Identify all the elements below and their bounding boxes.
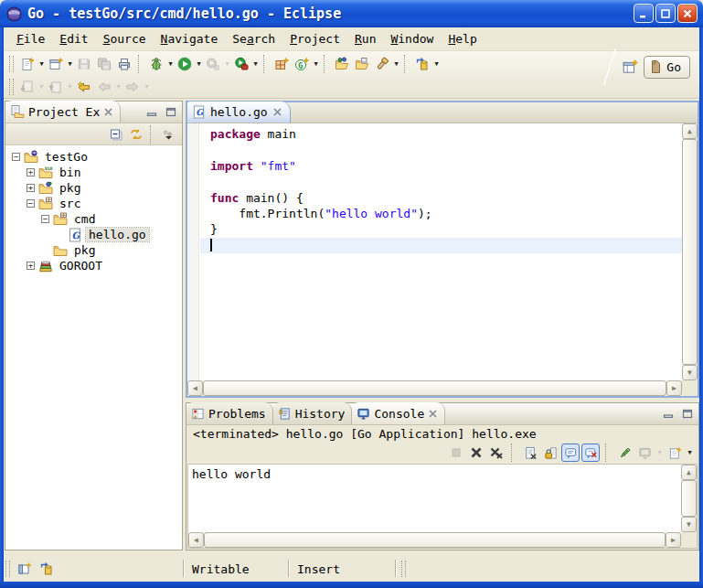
forward-button[interactable] — [122, 77, 143, 97]
display-selected-console-button[interactable] — [635, 444, 654, 462]
terminate-button[interactable] — [447, 444, 465, 462]
collapse-expander-icon[interactable]: − — [41, 215, 49, 223]
close-button[interactable] — [677, 4, 698, 23]
collapse-expander-icon[interactable]: − — [27, 199, 35, 208]
scrollbar-thumb[interactable] — [681, 480, 697, 517]
run-button[interactable] — [175, 54, 195, 74]
back-dropdown[interactable]: ▼ — [114, 77, 122, 97]
show-console-stdout-button[interactable] — [561, 444, 580, 462]
tree-item-goroot[interactable]: +GOROOT — [5, 258, 182, 273]
minimize-button[interactable] — [634, 4, 654, 23]
scrollbar-thumb[interactable] — [682, 139, 698, 365]
maximize-view-button[interactable] — [163, 105, 178, 119]
run-last-button[interactable] — [203, 54, 223, 74]
tree-item-src[interactable]: −src — [5, 196, 182, 211]
previous-annotation-button[interactable] — [46, 77, 66, 97]
new-wizard-button[interactable] — [17, 54, 37, 74]
scroll-lock-button[interactable] — [541, 444, 559, 462]
last-edit-location-button[interactable] — [74, 77, 94, 97]
statusbar-drag-handle[interactable] — [5, 561, 10, 577]
menu-help[interactable]: Help — [441, 29, 484, 48]
menu-source[interactable]: Source — [96, 29, 154, 48]
save-all-button[interactable] — [94, 54, 114, 74]
open-console-dropdown[interactable]: ▼ — [686, 443, 694, 463]
expand-expander-icon[interactable]: + — [27, 262, 35, 270]
scroll-up-arrow[interactable]: ▲ — [682, 123, 698, 139]
run-dropdown[interactable]: ▼ — [195, 54, 203, 74]
display-console-dropdown[interactable]: ▼ — [655, 443, 664, 463]
open-console-button[interactable] — [666, 444, 684, 462]
tree-item-testgo[interactable]: −testGo — [5, 149, 182, 165]
tab-history[interactable]: History — [273, 402, 353, 424]
minimize-view-button[interactable] — [660, 407, 676, 421]
new-go-element-button[interactable]: G — [292, 54, 312, 74]
console-vertical-scrollbar[interactable]: ▲ ▼ — [681, 465, 697, 532]
maximize-button[interactable] — [655, 4, 676, 23]
import-button[interactable] — [332, 54, 352, 74]
view-menu-button[interactable] — [158, 124, 178, 144]
clear-console-button[interactable] — [521, 444, 539, 462]
tree-item-hello-go[interactable]: Ghello.go — [5, 227, 182, 242]
scroll-left-arrow[interactable]: ◀ — [188, 532, 204, 548]
next-annotation-button[interactable] — [17, 77, 37, 97]
minimize-view-button[interactable] — [144, 105, 159, 119]
save-button[interactable] — [74, 54, 94, 74]
show-console-stderr-button[interactable] — [581, 444, 600, 462]
forward-dropdown[interactable]: ▼ — [143, 77, 151, 97]
scroll-down-arrow[interactable]: ▼ — [682, 365, 698, 380]
menu-edit[interactable]: Edit — [52, 29, 95, 48]
new-view-dropdown[interactable]: ▼ — [66, 54, 74, 74]
scrollbar-thumb[interactable] — [204, 532, 666, 548]
fast-view-icon[interactable] — [17, 561, 32, 576]
scroll-up-arrow[interactable]: ▲ — [681, 465, 697, 480]
console-output[interactable]: hello world — [192, 467, 678, 481]
debug-button[interactable] — [146, 54, 166, 74]
scroll-right-arrow[interactable]: ▶ — [666, 380, 682, 396]
tab-console-close-icon[interactable] — [428, 409, 438, 419]
maximize-view-button[interactable] — [679, 407, 695, 421]
menu-search[interactable]: Search — [225, 29, 282, 48]
export-button[interactable] — [352, 54, 372, 74]
menu-project[interactable]: Project — [282, 29, 347, 48]
debug-dropdown[interactable]: ▼ — [166, 54, 175, 74]
console-horizontal-scrollbar[interactable]: ◀ ▶ — [188, 532, 681, 548]
expand-expander-icon[interactable]: + — [27, 168, 35, 176]
next-annotation-dropdown[interactable]: ▼ — [37, 77, 46, 97]
remove-all-terminated-button[interactable] — [487, 444, 506, 462]
sync-dropdown[interactable]: ▼ — [432, 54, 441, 74]
editor-horizontal-scrollbar[interactable]: ◀ ▶ — [187, 380, 682, 396]
statusbar-drag-handle[interactable] — [401, 561, 406, 577]
open-perspective-button[interactable] — [620, 57, 640, 77]
remove-launch-button[interactable] — [467, 444, 485, 462]
tab-console[interactable]: Console — [352, 402, 445, 424]
editor-tab-close-icon[interactable] — [272, 107, 282, 117]
tree-item-bin[interactable]: +010bin — [5, 165, 182, 180]
new-go-project-button[interactable] — [272, 54, 292, 74]
link-with-editor-button[interactable] — [126, 124, 146, 144]
new-wizard-dropdown[interactable]: ▼ — [37, 54, 46, 74]
back-button[interactable] — [94, 77, 114, 97]
external-tools-dropdown[interactable]: ▼ — [251, 54, 260, 74]
tree-item-pkg[interactable]: +pkg — [5, 180, 182, 196]
previous-annotation-dropdown[interactable]: ▼ — [66, 77, 74, 97]
editor-vertical-scrollbar[interactable]: ▲ ▼ — [682, 123, 698, 380]
project-explorer-tab[interactable]: Project Ex — [5, 101, 121, 123]
menu-file[interactable]: File — [9, 29, 52, 48]
menu-navigate[interactable]: Navigate — [154, 29, 226, 48]
pin-console-button[interactable] — [615, 444, 634, 462]
external-tools-button[interactable] — [231, 54, 251, 74]
search-dropdown[interactable]: ▼ — [392, 54, 400, 74]
toolbar-drag-handle[interactable] — [9, 56, 14, 72]
editor-tab-hello-go[interactable]: G hello.go — [187, 102, 291, 123]
menu-run[interactable]: Run — [347, 29, 383, 48]
tab-problems[interactable]: Problems — [186, 402, 273, 424]
new-go-element-dropdown[interactable]: ▼ — [312, 54, 320, 74]
tree-item-pkg[interactable]: pkg — [5, 242, 182, 258]
scroll-right-arrow[interactable]: ▶ — [666, 532, 681, 548]
new-view-button[interactable] — [46, 54, 66, 74]
collapse-all-button[interactable] — [106, 124, 126, 144]
run-last-dropdown[interactable]: ▼ — [223, 54, 231, 74]
editor-gutter[interactable] — [187, 123, 199, 380]
tree-item-cmd[interactable]: −cmd — [5, 211, 182, 227]
project-explorer-tab-close-icon[interactable] — [103, 107, 113, 117]
